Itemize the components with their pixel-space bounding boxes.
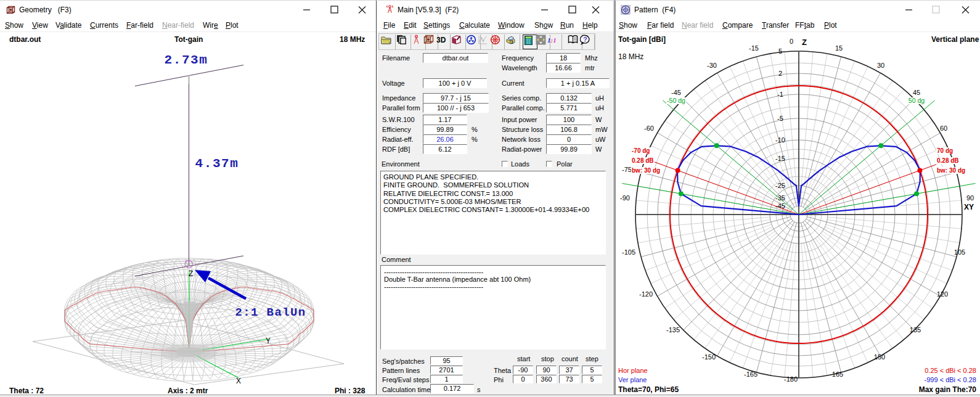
svg-text:Y: Y <box>266 337 271 345</box>
svg-text:0.28 dB: 0.28 dB <box>937 157 959 164</box>
svg-text:-60: -60 <box>644 125 654 132</box>
svg-text:70 dg: 70 dg <box>937 147 953 154</box>
svg-text:-30: -30 <box>707 62 717 69</box>
svg-text:XY: XY <box>964 203 974 211</box>
svg-text:-75: -75 <box>622 166 632 173</box>
svg-text:-180: -180 <box>784 375 798 383</box>
svg-text:-50 dg: -50 dg <box>667 97 685 104</box>
svg-text:105: 105 <box>954 248 965 256</box>
svg-text:-70 dg: -70 dg <box>632 147 650 154</box>
svg-text:-105: -105 <box>622 248 635 256</box>
svg-text:Z: Z <box>802 38 807 47</box>
svg-text:2.73m: 2.73m <box>164 53 208 67</box>
svg-text:-120: -120 <box>639 290 653 298</box>
svg-text:-15: -15 <box>775 155 785 162</box>
svg-text:0: 0 <box>790 38 793 45</box>
svg-text:45: 45 <box>913 89 920 96</box>
svg-text:2: 2 <box>511 40 513 44</box>
svg-text:120: 120 <box>937 290 948 298</box>
svg-text:-45: -45 <box>671 89 681 96</box>
svg-text:-90: -90 <box>620 194 630 202</box>
svg-text:-25: -25 <box>775 182 785 189</box>
svg-text:1:1: 1:1 <box>547 36 557 44</box>
svg-text:X: X <box>236 377 241 385</box>
svg-text:50 dg: 50 dg <box>909 97 925 104</box>
svg-text:4.37m: 4.37m <box>195 157 239 171</box>
svg-text:3D: 3D <box>436 36 446 44</box>
svg-text:bw: 30 dg: bw: 30 dg <box>632 167 660 174</box>
svg-text:-165: -165 <box>744 370 757 378</box>
svg-text:165: 165 <box>832 370 843 378</box>
svg-text:-135: -135 <box>666 326 680 334</box>
svg-text:150: 150 <box>874 353 885 361</box>
svg-text:-35: -35 <box>775 194 785 202</box>
svg-text:60: 60 <box>940 125 947 132</box>
svg-text:-1: -1 <box>777 91 783 98</box>
svg-text:-150: -150 <box>702 353 716 361</box>
svg-text:bw: 30 dg: bw: 30 dg <box>937 167 965 174</box>
svg-text:0.28 dB: 0.28 dB <box>632 157 654 164</box>
svg-text:30: 30 <box>877 62 884 69</box>
svg-text:-5: -5 <box>777 115 783 122</box>
svg-text:-45: -45 <box>775 202 785 210</box>
svg-text:2: 2 <box>778 70 782 77</box>
svg-text:90: 90 <box>966 194 974 202</box>
svg-text:15: 15 <box>835 44 843 52</box>
svg-text:2:1 BalUn: 2:1 BalUn <box>235 306 306 319</box>
svg-text:Z: Z <box>189 269 193 278</box>
svg-text:?: ? <box>583 36 587 43</box>
svg-text:5: 5 <box>778 47 782 55</box>
svg-text:135: 135 <box>910 326 921 334</box>
svg-text:-10: -10 <box>775 136 785 144</box>
svg-text:-15: -15 <box>749 44 759 52</box>
